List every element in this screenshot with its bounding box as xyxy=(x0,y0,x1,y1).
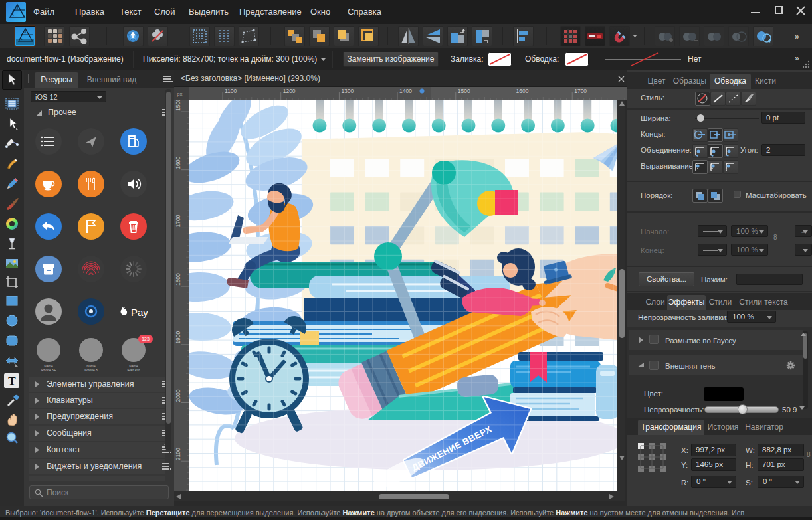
svg-text:1100: 1100 xyxy=(225,88,237,94)
svg-text:1200: 1200 xyxy=(283,88,296,94)
svg-text:1700: 1700 xyxy=(175,215,181,227)
svg-text:1900: 1900 xyxy=(175,331,181,344)
svg-text:Paу: Paу xyxy=(131,307,148,318)
svg-text:2000: 2000 xyxy=(175,389,181,402)
svg-text:T: T xyxy=(8,375,16,387)
svg-text:2100: 2100 xyxy=(175,448,181,460)
svg-text:1600: 1600 xyxy=(175,157,181,169)
svg-text:1500: 1500 xyxy=(175,100,181,111)
svg-text:1400: 1400 xyxy=(399,88,412,94)
svg-text:1300: 1300 xyxy=(341,88,354,94)
svg-text:1800: 1800 xyxy=(175,273,181,286)
